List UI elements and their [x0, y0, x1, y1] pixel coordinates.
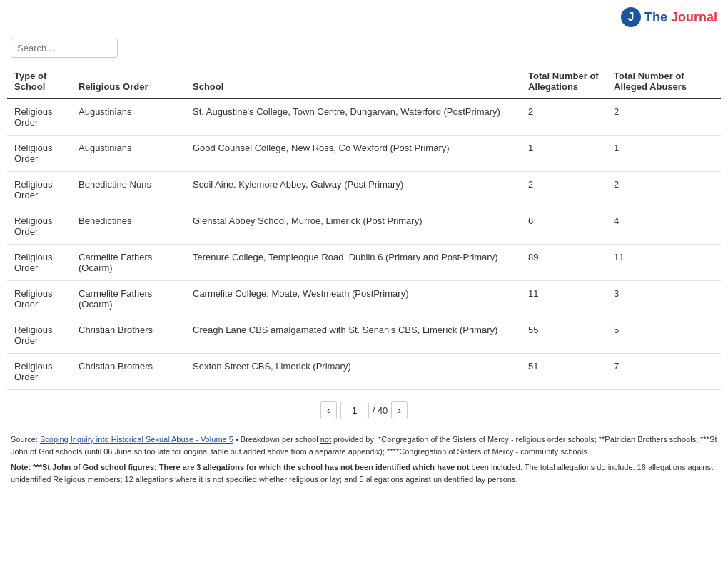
cell-allegations: 11	[521, 281, 607, 317]
cell-school: St. Augustine's College, Town Centre, Du…	[186, 98, 521, 136]
table-row: Religious OrderChristian BrothersCreagh …	[7, 317, 721, 354]
page-number-input[interactable]	[340, 402, 369, 419]
cell-allegations: 2	[521, 172, 607, 208]
not-text-2: not	[457, 463, 469, 471]
cell-allegations: 2	[521, 98, 607, 136]
table-row: Religious OrderBenedictinesGlenstal Abbe…	[7, 208, 721, 245]
cell-abusers: 1	[607, 136, 721, 172]
search-input[interactable]	[11, 39, 118, 58]
table-row: Religious OrderAugustiniansSt. Augustine…	[7, 98, 721, 136]
table-row: Religious OrderCarmelite Fathers (Ocarm)…	[7, 245, 721, 281]
col-header-order: Religious Order	[71, 65, 186, 98]
note-line: Note: ***St John of God school figures: …	[11, 461, 717, 485]
cell-allegations: 1	[521, 136, 607, 172]
table-row: Religious OrderCarmelite Fathers (Ocarm)…	[7, 281, 721, 317]
cell-type: Religious Order	[7, 208, 71, 245]
cell-type: Religious Order	[7, 281, 71, 317]
col-header-type: Type of School	[7, 65, 71, 98]
source-line: Source: Scoping Inquiry into Historical …	[11, 434, 717, 457]
logo-text: The Journal	[644, 10, 717, 25]
page-total: / 40	[373, 405, 388, 416]
pagination: ‹ / 40 ›	[0, 390, 728, 430]
cell-school: Terenure College, Templeogue Road, Dubli…	[186, 245, 521, 281]
cell-allegations: 89	[521, 245, 607, 281]
header: J The Journal	[0, 0, 728, 31]
note1-text: • Breakdown per school	[233, 435, 320, 444]
table-row: Religious OrderAugustiniansGood Counsel …	[7, 136, 721, 172]
cell-order: Benedictines	[71, 208, 186, 245]
cell-school: Good Counsel College, New Ross, Co Wexfo…	[186, 136, 521, 172]
table-header-row: Type of School Religious Order School To…	[7, 65, 721, 98]
cell-type: Religious Order	[7, 354, 71, 390]
cell-allegations: 6	[521, 208, 607, 245]
cell-abusers: 11	[607, 245, 721, 281]
logo-icon: J	[621, 7, 641, 27]
cell-abusers: 3	[607, 281, 721, 317]
cell-type: Religious Order	[7, 136, 71, 172]
prev-page-button[interactable]: ‹	[320, 401, 337, 419]
cell-type: Religious Order	[7, 172, 71, 208]
table-container: Type of School Religious Order School To…	[0, 65, 728, 390]
not-text-1: not	[320, 435, 331, 444]
cell-type: Religious Order	[7, 98, 71, 136]
table-row: Religious OrderBenedictine NunsScoil Ain…	[7, 172, 721, 208]
cell-school: Sexton Street CBS, Limerick (Primary)	[186, 354, 521, 390]
cell-school: Carmelite College, Moate, Westmeath (Pos…	[186, 281, 521, 317]
data-table: Type of School Religious Order School To…	[7, 65, 721, 390]
note-label: Note: ***St John of God school figures: …	[11, 463, 457, 471]
col-header-school: School	[186, 65, 521, 98]
cell-allegations: 55	[521, 317, 607, 354]
cell-school: Glenstal Abbey School, Murroe, Limerick …	[186, 208, 521, 245]
logo-container: J The Journal	[621, 7, 717, 27]
cell-abusers: 4	[607, 208, 721, 245]
cell-allegations: 51	[521, 354, 607, 390]
cell-abusers: 5	[607, 317, 721, 354]
source-link[interactable]: Scoping Inquiry into Historical Sexual A…	[40, 435, 233, 444]
cell-abusers: 2	[607, 98, 721, 136]
cell-order: Augustinians	[71, 98, 186, 136]
col-header-abusers: Total Number of Alleged Abusers	[607, 65, 721, 98]
cell-order: Carmelite Fathers (Ocarm)	[71, 281, 186, 317]
cell-abusers: 2	[607, 172, 721, 208]
cell-order: Benedictine Nuns	[71, 172, 186, 208]
search-area	[0, 31, 728, 65]
col-header-allegations: Total Number of Allegations	[521, 65, 607, 98]
cell-type: Religious Order	[7, 317, 71, 354]
footer: Source: Scoping Inquiry into Historical …	[0, 430, 728, 492]
next-page-button[interactable]: ›	[391, 401, 408, 419]
cell-school: Creagh Lane CBS amalgamated with St. Sen…	[186, 317, 521, 354]
cell-order: Augustinians	[71, 136, 186, 172]
cell-type: Religious Order	[7, 245, 71, 281]
cell-abusers: 7	[607, 354, 721, 390]
cell-order: Christian Brothers	[71, 317, 186, 354]
cell-school: Scoil Aine, Kylemore Abbey, Galway (Post…	[186, 172, 521, 208]
table-row: Religious OrderChristian BrothersSexton …	[7, 354, 721, 390]
cell-order: Christian Brothers	[71, 354, 186, 390]
cell-order: Carmelite Fathers (Ocarm)	[71, 245, 186, 281]
source-label: Source:	[11, 435, 40, 444]
